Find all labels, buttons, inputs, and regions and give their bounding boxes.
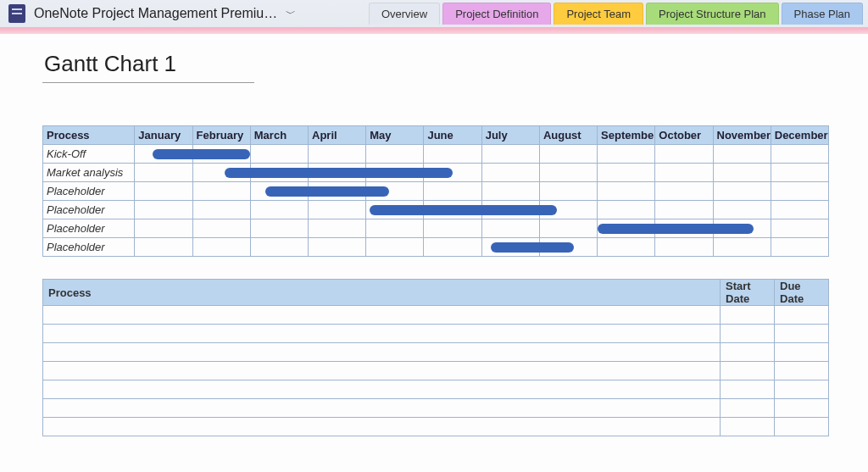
list-row[interactable]	[43, 343, 829, 362]
list-cell-due[interactable]	[775, 362, 829, 380]
gantt-cell[interactable]	[539, 164, 597, 182]
gantt-cell[interactable]	[192, 182, 250, 201]
gantt-cell[interactable]	[598, 182, 655, 201]
tab-team[interactable]: Project Team	[554, 3, 643, 25]
gantt-process-cell[interactable]: Placeholder	[43, 201, 135, 219]
list-row[interactable]	[43, 418, 829, 436]
gantt-cell[interactable]	[135, 201, 192, 219]
gantt-cell[interactable]	[250, 201, 308, 219]
list-cell-due[interactable]	[775, 418, 829, 436]
gantt-cell[interactable]	[539, 145, 597, 164]
gantt-cell[interactable]	[366, 238, 424, 257]
gantt-cell[interactable]	[598, 164, 655, 182]
gantt-cell[interactable]	[250, 182, 308, 201]
gantt-cell[interactable]	[250, 238, 308, 257]
gantt-cell[interactable]	[424, 219, 481, 238]
gantt-cell[interactable]	[309, 201, 366, 219]
list-cell-due[interactable]	[775, 325, 829, 343]
gantt-cell[interactable]	[366, 219, 424, 238]
gantt-process-cell[interactable]: Placeholder	[43, 219, 135, 238]
gantt-cell[interactable]	[655, 145, 713, 164]
gantt-cell[interactable]	[366, 145, 424, 164]
list-cell-due[interactable]	[775, 343, 829, 362]
gantt-process-cell[interactable]: Placeholder	[43, 238, 135, 257]
gantt-cell[interactable]	[481, 201, 539, 219]
gantt-cell[interactable]	[309, 182, 366, 201]
tab-phaseplan[interactable]: Phase Plan	[782, 3, 864, 25]
list-cell-process[interactable]	[43, 325, 721, 343]
gantt-row[interactable]: Placeholder	[43, 219, 829, 238]
gantt-cell[interactable]	[424, 164, 481, 182]
gantt-cell[interactable]	[539, 201, 597, 219]
gantt-process-cell[interactable]: Market analysis	[43, 164, 135, 182]
gantt-cell[interactable]	[713, 201, 771, 219]
gantt-cell[interactable]	[598, 238, 655, 257]
gantt-cell[interactable]	[771, 164, 828, 182]
list-cell-due[interactable]	[775, 306, 829, 325]
list-cell-process[interactable]	[43, 306, 721, 325]
gantt-cell[interactable]	[539, 182, 597, 201]
list-cell-due[interactable]	[775, 399, 829, 418]
list-cell-start[interactable]	[721, 380, 775, 399]
gantt-cell[interactable]	[424, 238, 481, 257]
gantt-cell[interactable]	[655, 238, 713, 257]
tab-definition[interactable]: Project Definition	[442, 3, 551, 25]
gantt-cell[interactable]	[655, 201, 713, 219]
gantt-cell[interactable]	[135, 238, 192, 257]
gantt-process-cell[interactable]: Placeholder	[43, 182, 135, 201]
gantt-cell[interactable]	[655, 164, 713, 182]
list-row[interactable]	[43, 325, 829, 343]
tab-psp[interactable]: Project Structure Plan	[646, 3, 778, 25]
gantt-row[interactable]: Placeholder	[43, 201, 829, 219]
gantt-cell[interactable]	[771, 145, 828, 164]
gantt-cell[interactable]	[366, 201, 424, 219]
gantt-cell[interactable]	[135, 182, 192, 201]
gantt-cell[interactable]	[713, 219, 771, 238]
gantt-cell[interactable]	[771, 182, 828, 201]
gantt-cell[interactable]	[539, 238, 597, 257]
tab-overview[interactable]: Overview	[369, 3, 440, 25]
page-title[interactable]: Gantt Chart 1	[42, 49, 254, 83]
list-row[interactable]	[43, 380, 829, 399]
gantt-cell[interactable]	[771, 201, 828, 219]
gantt-cell[interactable]	[309, 145, 366, 164]
gantt-cell[interactable]	[366, 182, 424, 201]
gantt-cell[interactable]	[598, 201, 655, 219]
list-cell-start[interactable]	[721, 343, 775, 362]
gantt-cell[interactable]	[135, 164, 192, 182]
gantt-row[interactable]: Market analysis	[43, 164, 829, 182]
list-cell-start[interactable]	[721, 418, 775, 436]
list-cell-process[interactable]	[43, 380, 721, 399]
list-cell-start[interactable]	[721, 399, 775, 418]
gantt-cell[interactable]	[192, 238, 250, 257]
gantt-process-cell[interactable]: Kick-Off	[43, 145, 135, 164]
gantt-cell[interactable]	[250, 219, 308, 238]
gantt-row[interactable]: Placeholder	[43, 238, 829, 257]
list-row[interactable]	[43, 399, 829, 418]
gantt-cell[interactable]	[135, 219, 192, 238]
gantt-cell[interactable]	[424, 145, 481, 164]
list-cell-process[interactable]	[43, 399, 721, 418]
gantt-cell[interactable]	[655, 219, 713, 238]
gantt-cell[interactable]	[309, 219, 366, 238]
gantt-cell[interactable]	[192, 164, 250, 182]
gantt-cell[interactable]	[481, 182, 539, 201]
gantt-cell[interactable]	[192, 219, 250, 238]
gantt-cell[interactable]	[481, 164, 539, 182]
gantt-cell[interactable]	[539, 219, 597, 238]
gantt-cell[interactable]	[713, 238, 771, 257]
gantt-row[interactable]: Placeholder	[43, 182, 829, 201]
gantt-table[interactable]: Process January February March April May…	[42, 125, 829, 257]
gantt-cell[interactable]	[598, 145, 655, 164]
gantt-cell[interactable]	[309, 164, 366, 182]
list-cell-start[interactable]	[721, 362, 775, 380]
gantt-cell[interactable]	[250, 164, 308, 182]
list-cell-start[interactable]	[721, 325, 775, 343]
gantt-cell[interactable]	[135, 145, 192, 164]
list-cell-due[interactable]	[775, 380, 829, 399]
list-cell-process[interactable]	[43, 362, 721, 380]
gantt-cell[interactable]	[481, 219, 539, 238]
gantt-cell[interactable]	[309, 238, 366, 257]
gantt-cell[interactable]	[192, 145, 250, 164]
gantt-cell[interactable]	[655, 182, 713, 201]
